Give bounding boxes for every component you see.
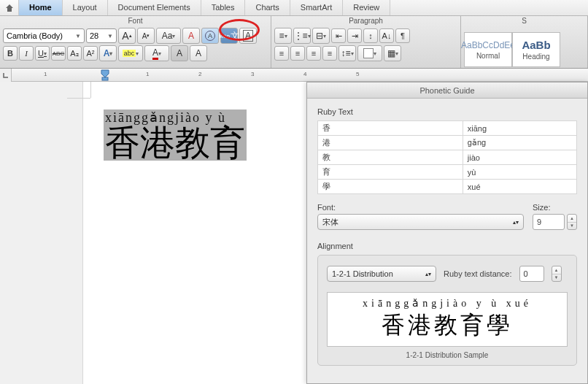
align-right-icon: ≡ xyxy=(312,49,316,58)
group-title-paragraph: Paragraph xyxy=(271,16,460,26)
grow-font-icon: A xyxy=(122,30,128,42)
ruby-size-field[interactable]: 9 xyxy=(533,214,565,230)
ruby-font-value: 宋体 xyxy=(322,217,339,228)
ruby-cell[interactable]: xué xyxy=(463,180,576,194)
borders-button[interactable]: ▦▾ xyxy=(384,45,401,61)
first-line-indent-marker[interactable] xyxy=(101,69,109,80)
decrease-indent-button[interactable]: ⇤ xyxy=(331,28,346,43)
subscript-button[interactable]: A₂ xyxy=(67,46,82,61)
preview-base-line: 香港教育學 xyxy=(335,310,560,342)
style-heading-preview: AaBb xyxy=(522,39,550,51)
bold-button[interactable]: B xyxy=(3,46,18,61)
dialog-title: Phonetic Guide xyxy=(307,82,587,99)
clear-char-button[interactable]: A xyxy=(190,45,207,61)
style-heading[interactable]: AaBb Heading xyxy=(512,32,560,67)
justify-button[interactable]: ≡ xyxy=(322,46,337,61)
numbering-icon: ⋮≡ xyxy=(294,31,308,41)
table-row: 教jiào xyxy=(318,150,577,165)
text-direction-button[interactable]: ↕ xyxy=(363,28,378,43)
text-effects-button[interactable]: A▾ xyxy=(99,45,117,61)
tab-charts[interactable]: Charts xyxy=(245,0,290,15)
tab-document-elements[interactable]: Document Elements xyxy=(108,0,201,15)
character-shading-button[interactable]: A xyxy=(171,45,188,61)
base-cell[interactable]: 港 xyxy=(318,136,463,150)
ruby-cell[interactable]: yù xyxy=(463,165,576,180)
table-row: 育yù xyxy=(318,165,577,180)
text-direction-icon: ↕ xyxy=(368,31,373,40)
font-label: Font: xyxy=(317,203,524,212)
change-case-icon: Aa xyxy=(162,31,173,41)
base-text-line: 香港教育 xyxy=(105,126,245,161)
alignment-combo[interactable]: 1-2-1 Distribution ▴▾ xyxy=(327,266,436,282)
superscript-button[interactable]: A² xyxy=(83,46,98,61)
pilcrow-icon: ¶ xyxy=(401,31,405,40)
tab-smartart[interactable]: SmartArt xyxy=(290,0,343,15)
base-cell[interactable]: 育 xyxy=(318,165,463,180)
horizontal-ruler[interactable]: 1 1 2 3 4 5 xyxy=(0,69,588,82)
chevron-down-icon: ▼ xyxy=(107,33,113,39)
base-cell[interactable]: 學 xyxy=(318,180,463,194)
preview-ruby-line: xiānggǎngjiào y ù xué xyxy=(335,297,560,310)
character-border-button[interactable]: A xyxy=(239,28,257,44)
tab-layout[interactable]: Layout xyxy=(63,0,108,15)
app-home-icon[interactable] xyxy=(0,0,19,15)
align-right-button[interactable]: ≡ xyxy=(306,46,321,61)
font-name-combo[interactable]: Cambria (Body)▼ xyxy=(3,28,85,43)
character-border-icon: A xyxy=(243,30,253,42)
justify-icon: ≡ xyxy=(328,49,332,58)
style-normal[interactable]: AaBbCcDdEe Normal xyxy=(464,32,512,67)
show-marks-button[interactable]: ¶ xyxy=(395,28,410,43)
svg-marker-0 xyxy=(101,70,109,77)
table-row: 學xué xyxy=(318,180,577,194)
shrink-font-button[interactable]: A▾ xyxy=(137,28,155,44)
increase-indent-button[interactable]: ⇥ xyxy=(347,28,362,43)
highlight-button[interactable]: abc▾ xyxy=(118,45,143,61)
underline-button[interactable]: U▾ xyxy=(35,46,50,61)
ruler-tick: 2 xyxy=(198,71,201,77)
style-normal-label: Normal xyxy=(476,52,500,60)
italic-button[interactable]: I xyxy=(19,46,34,61)
group-title-styles: S xyxy=(461,16,587,26)
ruby-size-stepper[interactable]: ▲▼ xyxy=(567,214,577,230)
numbering-button[interactable]: ⋮≡▾ xyxy=(293,28,311,44)
clear-char-icon: A xyxy=(196,48,201,58)
phonetic-guide-button[interactable]: wén文 xyxy=(220,28,238,44)
ruby-font-combo[interactable]: 宋体 ▴▾ xyxy=(317,214,524,230)
tab-review[interactable]: Review xyxy=(343,0,390,15)
indent-icon: ⇥ xyxy=(352,31,358,41)
clear-formatting-button[interactable]: A xyxy=(182,28,200,44)
highlight-icon: abc xyxy=(123,50,136,57)
bullets-button[interactable]: ≡▾ xyxy=(274,28,292,44)
underline-icon: U xyxy=(38,49,44,58)
multilevel-list-button[interactable]: ⊟▾ xyxy=(312,28,330,44)
sort-button[interactable]: A↓ xyxy=(379,28,394,43)
grow-font-button[interactable]: A▴ xyxy=(118,28,136,44)
enclose-icon: A xyxy=(205,31,215,41)
clear-formatting-icon: A xyxy=(188,31,194,41)
tab-tables[interactable]: Tables xyxy=(201,0,246,15)
distance-stepper[interactable]: ▲▼ xyxy=(552,266,562,282)
font-color-button[interactable]: A▾ xyxy=(144,45,169,61)
ribbon-tabs: Home Layout Document Elements Tables Cha… xyxy=(0,0,588,16)
shading-color-button[interactable]: ▾ xyxy=(357,45,382,61)
line-spacing-button[interactable]: ↕≡▾ xyxy=(339,45,356,61)
updown-icon: ▴▾ xyxy=(513,219,519,226)
distance-field[interactable]: 0 xyxy=(519,266,544,282)
align-center-button[interactable]: ≡ xyxy=(290,46,305,61)
selected-text[interactable]: xiānggǎngjiào y ù 香港教育 xyxy=(104,110,247,161)
alignment-value: 1-2-1 Distribution xyxy=(332,269,393,278)
align-left-button[interactable]: ≡ xyxy=(274,46,289,61)
change-case-button[interactable]: Aa▾ xyxy=(156,28,181,44)
base-cell[interactable]: 香 xyxy=(318,121,463,136)
base-cell[interactable]: 教 xyxy=(318,150,463,165)
ruler-tick: 1 xyxy=(146,71,149,77)
font-size-combo[interactable]: 28▼ xyxy=(86,28,117,43)
tab-selector[interactable] xyxy=(0,69,12,82)
ruby-cell[interactable]: xiāng xyxy=(463,121,576,136)
ruby-cell[interactable]: gǎng xyxy=(463,136,576,150)
ruby-cell[interactable]: jiào xyxy=(463,150,576,165)
enclose-characters-button[interactable]: A xyxy=(201,28,219,44)
borders-icon: ▦ xyxy=(387,48,395,58)
tab-home[interactable]: Home xyxy=(19,0,63,15)
strikethrough-button[interactable]: ABC xyxy=(51,46,66,61)
